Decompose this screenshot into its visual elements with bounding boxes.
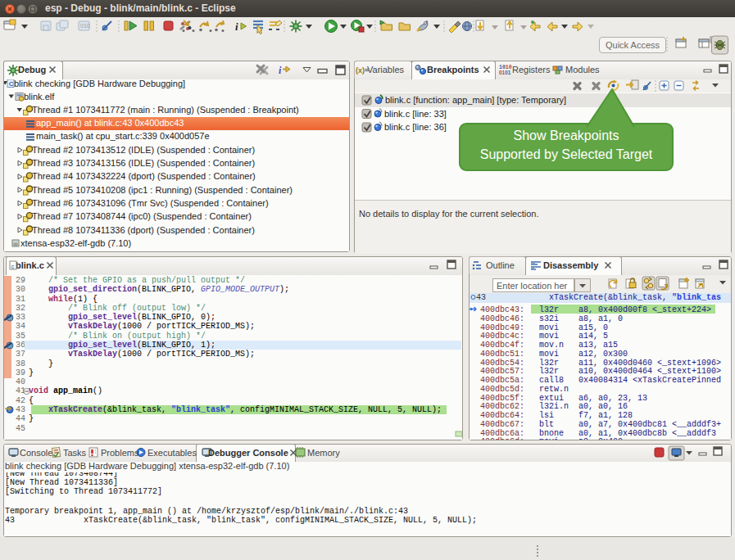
svg-text:(x)=: (x)= [356, 66, 369, 75]
svg-text:i: i [235, 20, 238, 33]
svg-text:0101: 0101 [499, 70, 511, 75]
svg-text:c: c [11, 263, 15, 270]
svg-text:C: C [9, 80, 14, 88]
svg-text:010: 010 [80, 23, 90, 29]
svg-text:i: i [279, 65, 282, 76]
